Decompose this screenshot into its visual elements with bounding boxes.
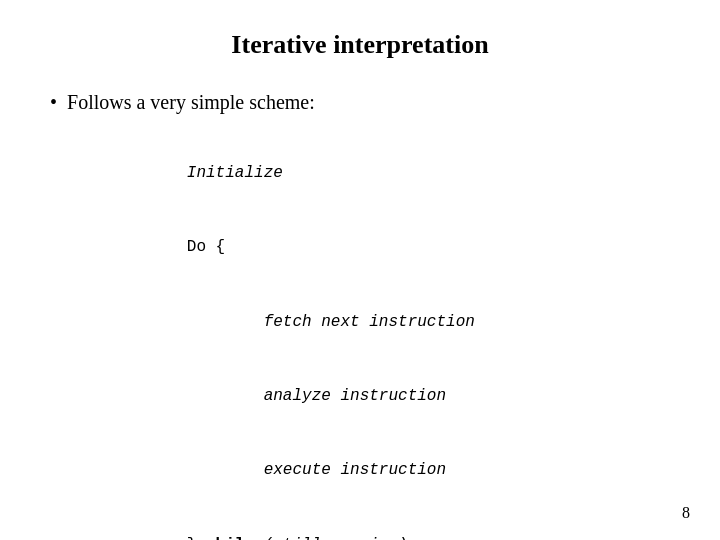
page-number: 8 [682, 504, 690, 522]
slide: Iterative interpretation • Follows a ver… [0, 0, 720, 540]
code-line-5: execute instruction [110, 434, 670, 508]
bullet-section: • Follows a very simple scheme: Initiali… [50, 88, 670, 540]
code-block: Initialize Do { fetch next instruction a… [110, 136, 670, 540]
code-line-3: fetch next instruction [110, 285, 670, 359]
code-fetch: fetch next instruction [187, 313, 475, 331]
code-line-4: analyze instruction [110, 359, 670, 433]
bullet-item-1: • Follows a very simple scheme: [50, 88, 670, 116]
code-analyze: analyze instruction [187, 387, 446, 405]
code-closing-brace: } [187, 536, 206, 540]
code-line-6: } while (still running) [110, 508, 670, 540]
bullet-dot-1: • [50, 88, 57, 116]
code-line-1: Initialize [110, 136, 670, 210]
code-initialize: Initialize [187, 164, 283, 182]
code-while-condition: (still running) [254, 536, 408, 540]
code-line-2: Do { [110, 210, 670, 284]
bullet-text-1: Follows a very simple scheme: [67, 88, 315, 116]
code-do: Do { [187, 238, 225, 256]
code-execute: execute instruction [187, 461, 446, 479]
slide-title: Iterative interpretation [50, 30, 670, 60]
code-while-keyword: while [206, 536, 254, 540]
